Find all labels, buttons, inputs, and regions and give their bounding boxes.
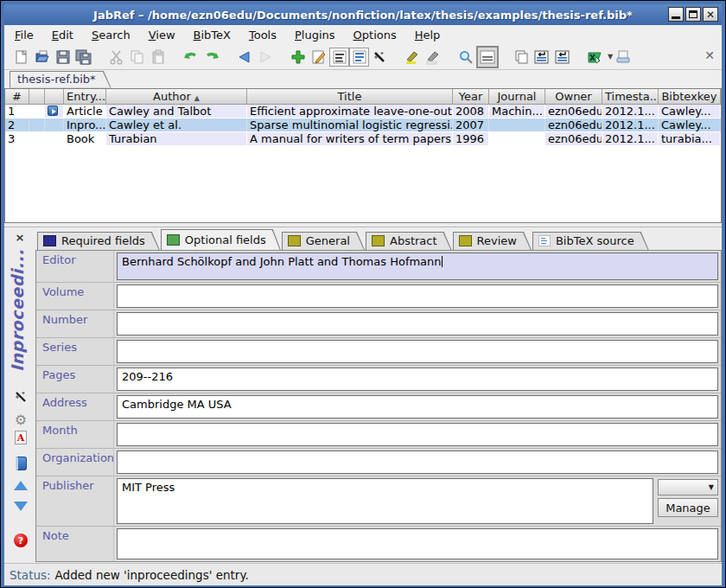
column-header-journal[interactable]: Journal [489,89,545,104]
column-header-bibtexkey[interactable]: Bibtexkey [659,89,721,104]
field-input-number[interactable] [117,312,718,336]
cell-#[interactable]: 3 [5,132,29,145]
toggle-preview-icon[interactable] [476,46,499,68]
field-input-pages[interactable]: 209--216 [117,368,718,391]
field-input-organization[interactable] [117,451,718,474]
publisher-dropdown[interactable]: ▼ [658,479,718,495]
book-icon[interactable] [12,455,29,472]
menu-item-tools[interactable]: Tools [249,29,277,42]
menu-item-file[interactable]: File [15,29,34,42]
cell-entry[interactable]: Article [64,105,106,118]
field-input-editor[interactable]: Bernhard Schölkopf and John Platt and Th… [117,252,718,280]
save-all-icon[interactable] [73,47,94,67]
tab-bibtex-source[interactable]: BibTeX source [532,232,649,250]
help-icon[interactable]: ? [12,532,29,549]
cell-owner[interactable]: ezn06edu [545,132,602,145]
menu-item-help[interactable]: Help [415,29,441,42]
field-input-series[interactable] [117,340,718,363]
down-arrow-icon[interactable] [12,497,29,514]
cell-1[interactable] [29,132,45,145]
open-database-icon[interactable] [32,47,53,67]
column-header-owner[interactable]: Owner [545,89,602,104]
column-header-timesta[interactable]: Timesta... [602,89,659,104]
column-header-1[interactable] [29,89,45,104]
new-database-icon[interactable] [11,47,32,67]
column-header-2[interactable] [45,89,64,104]
table-row[interactable]: 3BookTurabianA manual for writers of ter… [5,132,721,146]
redo-icon[interactable] [201,47,222,67]
field-input-address[interactable]: Cambridge MA USA [117,395,718,419]
cell-owner[interactable]: ezn06edu [545,105,602,118]
cell-author[interactable]: Cawley and Talbot [106,105,247,118]
pdf-icon[interactable]: A [12,429,29,446]
cell-1[interactable] [29,105,45,118]
forward-icon[interactable] [255,47,276,67]
table-row[interactable]: 1ArticleCawley and TalbotEfficient appro… [5,105,721,118]
cell-journal[interactable] [489,118,545,131]
cell-year[interactable]: 1996 [453,132,489,145]
menu-item-plugins[interactable]: Plugins [295,29,335,42]
paste-icon[interactable] [148,47,169,67]
cleanup-wand-icon[interactable] [369,47,390,67]
edit-entry-icon[interactable] [309,47,329,67]
tab-required-fields[interactable]: Required fields [37,232,160,250]
undo-icon[interactable] [181,47,201,67]
tab-review[interactable]: Review [453,232,532,250]
gear-icon[interactable]: ⚙ [12,411,29,428]
push-document-icon-2[interactable] [552,47,573,67]
mark-entries-icon[interactable] [402,47,423,67]
file-attachment-icon[interactable] [48,105,58,116]
close-icon[interactable]: ✕ [704,48,715,62]
cell-bibtexkey[interactable]: Cawley... [659,105,721,118]
column-header-#[interactable]: # [5,89,29,104]
cell-title[interactable]: Sparse multinomial logistic regressi... [247,118,453,131]
table-row[interactable]: 2Inpro...Cawley et al.Sparse multinomial… [5,118,721,132]
cell-journal[interactable]: Machin... [489,105,545,118]
cell-year[interactable]: 2007 [453,118,489,131]
copy-icon[interactable] [127,47,148,67]
close-button[interactable]: ✕ [703,7,718,22]
print-icon[interactable] [613,47,634,67]
menu-item-bibtex[interactable]: BibTeX [194,29,231,42]
title-bar[interactable]: JabRef – /home/ezn06edu/Documents/nonfic… [4,4,722,25]
cell-2[interactable] [45,118,64,131]
column-header-author[interactable]: Author▲ [106,89,247,104]
edit-strings-icon[interactable] [349,48,369,67]
cell-2[interactable] [45,132,64,145]
entry-table[interactable]: #Entry...Author▲TitleYearJournalOwnerTim… [4,88,722,223]
cell-timesta[interactable]: 2012.1... [602,105,659,118]
cell-timesta[interactable]: 2012.1... [602,118,659,131]
tab-general[interactable]: General [282,232,365,250]
cell-1[interactable] [29,118,45,131]
column-header-year[interactable]: Year [453,89,489,104]
back-icon[interactable] [234,47,255,67]
cell-entry[interactable]: Inpro... [64,118,106,131]
close-entry-editor-button[interactable]: × [12,230,28,244]
menu-item-view[interactable]: View [149,29,175,42]
push-document-icon[interactable] [532,47,552,67]
cell-#[interactable]: 1 [5,105,29,118]
manage-button[interactable]: Manage [658,498,718,517]
field-input-volume[interactable] [117,284,718,308]
cell-entry[interactable]: Book [64,132,106,145]
maximize-button[interactable] [685,7,701,22]
column-header-entry[interactable]: Entry... [64,89,106,104]
cell-bibtexkey[interactable]: Cawley... [659,118,721,131]
cell-title[interactable]: A manual for writers of term papers... [247,132,453,145]
unmark-entries-icon[interactable] [423,47,443,67]
save-database-icon[interactable] [53,47,73,67]
field-input-note[interactable] [117,528,718,559]
file-tab[interactable]: thesis-ref.bib* [10,71,111,88]
cell-title[interactable]: Efficient approximate leave-one-out... [247,105,453,118]
edit-preamble-icon[interactable] [329,48,349,67]
cell-#[interactable]: 2 [5,118,29,131]
up-arrow-icon[interactable] [12,476,29,494]
cell-author[interactable]: Turabian [106,132,247,145]
cell-bibtexkey[interactable]: turabia... [659,132,721,145]
cell-owner[interactable]: ezn06edu [545,118,602,131]
cell-2[interactable] [45,105,64,118]
cut-icon[interactable] [106,47,127,67]
cell-author[interactable]: Cawley et al. [106,118,247,131]
cell-timesta[interactable]: 2012.1... [602,132,659,145]
field-input-publisher[interactable]: MIT Press [117,478,653,524]
